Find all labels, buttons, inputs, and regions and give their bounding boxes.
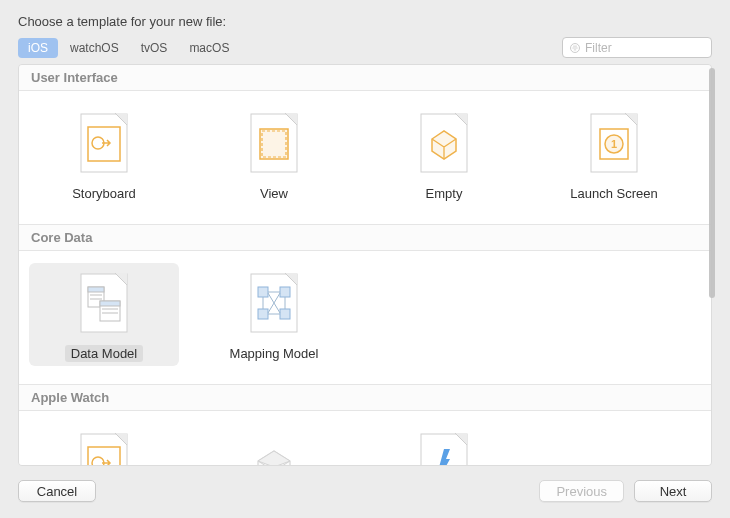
svg-rect-24: [88, 287, 104, 292]
platform-tabs: iOS watchOS tvOS macOS: [18, 38, 239, 58]
button-row: Cancel Previous Next: [18, 466, 712, 518]
tab-watchos[interactable]: watchOS: [60, 38, 129, 58]
section-grid-core-data: Data Model: [19, 251, 711, 384]
svg-rect-26: [100, 301, 120, 306]
mapping-model-icon: [247, 271, 301, 335]
filter-icon: [569, 42, 581, 54]
section-grid-user-interface: Storyboard View: [19, 91, 711, 224]
tab-ios[interactable]: iOS: [18, 38, 58, 58]
view-icon: [247, 111, 301, 175]
data-model-icon: [77, 271, 131, 335]
svg-rect-9: [260, 129, 288, 159]
prompt-text: Choose a template for your new file:: [18, 14, 712, 29]
template-storyboard[interactable]: Storyboard: [29, 103, 179, 206]
apns-icon: APNS: [417, 431, 471, 466]
storyboard-icon: [77, 111, 131, 175]
template-chooser-dialog: Choose a template for your new file: iOS…: [0, 0, 730, 518]
empty-icon: [417, 111, 471, 175]
section-header-apple-watch: Apple Watch: [19, 384, 711, 411]
next-button[interactable]: Next: [634, 480, 712, 502]
tab-macos[interactable]: macOS: [179, 38, 239, 58]
svg-rect-34: [258, 287, 268, 297]
svg-rect-36: [258, 309, 268, 319]
apple-watch-storyboard-icon: [77, 431, 131, 466]
tabbar-row: iOS watchOS tvOS macOS: [18, 37, 712, 58]
launch-screen-icon: 1: [587, 111, 641, 175]
list-wrapper: User Interface Storyboard: [18, 64, 712, 466]
template-empty[interactable]: Empty: [369, 103, 519, 206]
scrollbar-thumb[interactable]: [709, 68, 715, 298]
template-mapping-model[interactable]: Mapping Model: [199, 263, 349, 366]
filter-input[interactable]: [585, 41, 730, 55]
template-view[interactable]: View: [199, 103, 349, 206]
section-grid-apple-watch: APNS: [19, 411, 711, 466]
svg-rect-37: [280, 309, 290, 319]
section-header-core-data: Core Data: [19, 224, 711, 251]
svg-text:1: 1: [611, 138, 617, 150]
cancel-button[interactable]: Cancel: [18, 480, 96, 502]
template-label: Storyboard: [66, 185, 142, 202]
template-label: Mapping Model: [224, 345, 325, 362]
previous-button: Previous: [539, 480, 624, 502]
template-apple-watch-2[interactable]: [199, 423, 349, 466]
template-label: Data Model: [65, 345, 143, 362]
template-label: View: [254, 185, 294, 202]
filter-wrap: [562, 37, 712, 58]
tab-tvos[interactable]: tvOS: [131, 38, 178, 58]
template-apple-watch-3[interactable]: APNS: [369, 423, 519, 466]
template-list[interactable]: User Interface Storyboard: [18, 64, 712, 466]
filter-field[interactable]: [562, 37, 712, 58]
template-label: Empty: [420, 185, 469, 202]
apple-watch-box-icon: [247, 431, 301, 466]
template-launch-screen[interactable]: 1 Launch Screen: [539, 103, 689, 206]
template-data-model[interactable]: Data Model: [29, 263, 179, 366]
svg-rect-35: [280, 287, 290, 297]
template-label: Launch Screen: [564, 185, 663, 202]
section-header-user-interface: User Interface: [19, 65, 711, 91]
template-apple-watch-1[interactable]: [29, 423, 179, 466]
